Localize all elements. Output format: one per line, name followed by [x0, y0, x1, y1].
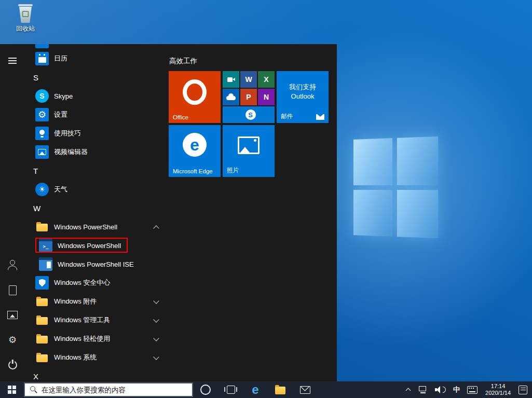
tile-onenote[interactable]: N	[258, 89, 275, 105]
pictures-icon	[6, 309, 19, 321]
section-header-S[interactable]: S	[25, 68, 169, 87]
ime-language-label: 中	[453, 385, 460, 394]
chevron-up-icon	[154, 224, 159, 230]
settings-button[interactable]	[0, 327, 25, 352]
folder-item-label: Windows 附件	[54, 297, 97, 306]
network-status-button[interactable]	[415, 381, 431, 398]
app-item-skype[interactable]: S Skype	[25, 87, 169, 105]
app-item-label: Windows PowerShell ISE	[58, 260, 134, 268]
documents-button[interactable]	[0, 278, 25, 303]
app-item-partial[interactable]	[35, 44, 49, 48]
expand-menu-button[interactable]	[0, 48, 25, 73]
photo-frame-icon	[238, 136, 260, 154]
search-input[interactable]	[42, 386, 192, 394]
task-view-button[interactable]	[218, 381, 243, 398]
chevron-down-icon	[154, 355, 159, 361]
app-item-label: 日历	[54, 54, 67, 63]
folder-item-label: Windows 轻松使用	[54, 334, 110, 344]
sun-weather-icon	[35, 183, 49, 196]
section-header-W[interactable]: W	[25, 199, 169, 217]
volume-button[interactable]	[431, 381, 449, 398]
tray-expand-button[interactable]	[403, 381, 415, 398]
tile-photos[interactable]: 照片	[223, 125, 275, 177]
folder-item-label: Windows 系统	[54, 353, 97, 362]
tile-onedrive[interactable]	[223, 89, 239, 105]
powershell-ise-icon	[39, 257, 52, 271]
tile-group-title[interactable]: 高效工作	[169, 57, 197, 66]
taskbar-file-explorer-button[interactable]	[268, 381, 293, 398]
app-item-label: Skype	[54, 92, 73, 100]
tile-mail[interactable]: 我们支持 Outlook 邮件	[277, 71, 329, 123]
app-item-windows-security[interactable]: Windows 安全中心	[25, 273, 169, 292]
tile-meet-now[interactable]	[223, 71, 239, 88]
powershell-icon	[39, 239, 52, 252]
tile-group-office-apps: W X P N S	[223, 71, 275, 123]
folder-item-windows-system[interactable]: Windows 系统	[25, 348, 169, 367]
tile-microsoft-edge[interactable]: e Microsoft Edge	[169, 125, 221, 177]
calendar-icon	[35, 52, 49, 65]
app-item-label: 使用技巧	[54, 129, 81, 138]
user-icon	[6, 259, 19, 271]
action-center-icon	[519, 386, 527, 394]
power-icon	[6, 359, 19, 371]
taskbar-edge-button[interactable]	[243, 381, 268, 398]
document-icon	[6, 284, 19, 296]
tile-excel[interactable]: X	[258, 71, 275, 88]
cortana-icon	[200, 385, 211, 395]
tile-office[interactable]: Office	[169, 71, 221, 123]
app-item-video-editor[interactable]: 视频编辑器	[25, 143, 169, 161]
onenote-letter-icon: N	[264, 93, 269, 101]
tile-label: 照片	[227, 167, 239, 174]
speaker-icon	[435, 386, 442, 393]
ime-indicator[interactable]: 中	[449, 381, 463, 398]
account-button[interactable]	[0, 253, 25, 278]
office-logo-icon	[183, 79, 207, 105]
sound-wave-icon	[443, 387, 446, 393]
action-center-button[interactable]	[515, 381, 531, 398]
cortana-button[interactable]	[193, 381, 218, 398]
tile-skype-bar[interactable]: S	[223, 106, 275, 123]
start-menu-rail	[0, 44, 25, 381]
chevron-down-icon	[154, 336, 159, 342]
app-item-calendar[interactable]: 日历	[25, 49, 169, 68]
taskbar-mail-button[interactable]	[293, 381, 318, 398]
folder-icon	[275, 387, 285, 394]
folder-item-windows-ease-of-access[interactable]: Windows 轻松使用	[25, 330, 169, 348]
power-button[interactable]	[0, 352, 25, 377]
app-list: 日历 S S Skype 设置 使用技巧 视频编辑器 T	[25, 44, 169, 381]
video-editor-icon	[35, 145, 49, 159]
tile-label: Microsoft Edge	[173, 168, 213, 174]
start-button[interactable]	[0, 381, 24, 398]
taskbar-clock[interactable]: 17:14 2020/1/14	[481, 383, 515, 397]
app-item-label: 视频编辑器	[54, 147, 88, 157]
chevron-down-icon	[154, 299, 159, 305]
skype-icon: S	[245, 109, 256, 120]
camera-icon	[227, 77, 235, 82]
app-item-windows-powershell-ise[interactable]: Windows PowerShell ISE	[25, 255, 169, 273]
search-icon	[30, 386, 38, 394]
app-item-tips[interactable]: 使用技巧	[25, 124, 169, 143]
tile-label: 邮件	[281, 113, 293, 120]
mail-icon	[300, 386, 310, 394]
start-menu: 日历 S S Skype 设置 使用技巧 视频编辑器 T	[0, 44, 337, 381]
app-item-weather[interactable]: 天气	[25, 180, 169, 199]
folder-item-windows-powershell[interactable]: Windows PowerShell	[25, 217, 169, 236]
folder-item-windows-accessories[interactable]: Windows 附件	[25, 292, 169, 311]
recycle-bin-label: 回收站	[8, 24, 43, 33]
windows-logo-icon	[8, 386, 16, 394]
taskbar-search[interactable]	[24, 382, 193, 397]
skype-icon: S	[35, 89, 49, 103]
tile-powerpoint[interactable]: P	[240, 89, 257, 105]
pictures-button[interactable]	[0, 303, 25, 327]
section-header-T[interactable]: T	[25, 161, 169, 180]
app-item-settings[interactable]: 设置	[25, 105, 169, 124]
section-header-X[interactable]: X	[25, 367, 169, 381]
app-item-windows-powershell[interactable]: Windows PowerShell	[25, 236, 169, 255]
recycle-bin-shortcut[interactable]: 回收站	[8, 3, 43, 33]
taskbar: 中 17:14 2020/1/14	[0, 381, 532, 398]
desktop[interactable]: 回收站 日历 S S Skype	[0, 0, 532, 398]
chevron-up-icon	[406, 388, 411, 392]
folder-item-windows-admin-tools[interactable]: Windows 管理工具	[25, 311, 169, 330]
touch-keyboard-button[interactable]	[463, 381, 481, 398]
tile-word[interactable]: W	[240, 71, 257, 88]
